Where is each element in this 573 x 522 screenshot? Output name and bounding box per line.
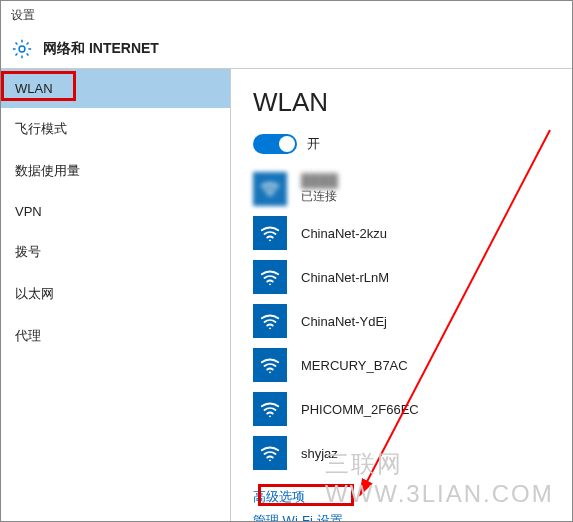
network-name: ChinaNet-2kzu [301, 226, 387, 241]
page-title: WLAN [253, 87, 572, 118]
network-info: ChinaNet-YdEj [301, 314, 387, 329]
network-item[interactable]: PHICOMM_2F66EC [253, 392, 572, 426]
wlan-toggle[interactable] [253, 134, 297, 154]
wifi-icon [253, 172, 287, 206]
wifi-icon [253, 348, 287, 382]
sidebar-item-label: WLAN [15, 81, 53, 96]
sidebar-item-wlan[interactable]: WLAN [1, 69, 230, 108]
network-status: 已连接 [301, 188, 338, 205]
wifi-icon [253, 260, 287, 294]
svg-point-7 [269, 459, 271, 461]
title-bar: 设置 [1, 1, 572, 29]
svg-point-3 [269, 283, 271, 285]
sidebar-item-label: 数据使用量 [15, 163, 80, 178]
svg-point-2 [269, 239, 271, 241]
network-name: ChinaNet-YdEj [301, 314, 387, 329]
category-header: 网络和 INTERNET [1, 29, 572, 69]
wlan-links: 高级选项 管理 Wi-Fi 设置 [253, 488, 572, 521]
sidebar-item-label: 飞行模式 [15, 121, 67, 136]
svg-point-6 [269, 415, 271, 417]
main-panel: WLAN 开 ████ 已连接 ChinaNet-2kzu [231, 69, 572, 521]
body: WLAN 飞行模式 数据使用量 VPN 拨号 以太网 代理 WLAN 开 ███… [1, 69, 572, 521]
sidebar-item-dialup[interactable]: 拨号 [1, 231, 230, 273]
network-name: MERCURY_B7AC [301, 358, 408, 373]
network-info: ChinaNet-rLnM [301, 270, 389, 285]
network-item[interactable]: shyjaz [253, 436, 572, 470]
sidebar-item-vpn[interactable]: VPN [1, 192, 230, 231]
network-item[interactable]: ChinaNet-rLnM [253, 260, 572, 294]
sidebar-item-label: VPN [15, 204, 42, 219]
svg-point-5 [269, 371, 271, 373]
advanced-options-link[interactable]: 高级选项 [253, 488, 572, 506]
wlan-toggle-label: 开 [307, 135, 320, 153]
wifi-icon [253, 304, 287, 338]
sidebar: WLAN 飞行模式 数据使用量 VPN 拨号 以太网 代理 [1, 69, 231, 521]
network-name: ChinaNet-rLnM [301, 270, 389, 285]
sidebar-item-ethernet[interactable]: 以太网 [1, 273, 230, 315]
manage-wifi-link[interactable]: 管理 Wi-Fi 设置 [253, 512, 572, 521]
sidebar-item-airplane[interactable]: 飞行模式 [1, 108, 230, 150]
sidebar-item-label: 以太网 [15, 286, 54, 301]
window-title: 设置 [11, 7, 35, 24]
gear-icon [11, 38, 33, 60]
network-name: ████ [301, 173, 338, 188]
sidebar-item-proxy[interactable]: 代理 [1, 315, 230, 357]
network-info: MERCURY_B7AC [301, 358, 408, 373]
toggle-knob [279, 136, 295, 152]
sidebar-item-data-usage[interactable]: 数据使用量 [1, 150, 230, 192]
wifi-icon [253, 216, 287, 250]
network-info: PHICOMM_2F66EC [301, 402, 419, 417]
svg-point-0 [19, 46, 25, 52]
network-info: ChinaNet-2kzu [301, 226, 387, 241]
network-item[interactable]: ChinaNet-2kzu [253, 216, 572, 250]
network-item[interactable]: ChinaNet-YdEj [253, 304, 572, 338]
wlan-toggle-row: 开 [253, 134, 572, 154]
network-info: shyjaz [301, 446, 338, 461]
category-title: 网络和 INTERNET [43, 40, 159, 58]
network-name: shyjaz [301, 446, 338, 461]
network-list: ████ 已连接 ChinaNet-2kzu ChinaNet-rLnM Chi… [253, 172, 572, 470]
network-name: PHICOMM_2F66EC [301, 402, 419, 417]
wifi-icon [253, 392, 287, 426]
wifi-icon [253, 436, 287, 470]
svg-point-1 [269, 195, 271, 197]
network-item[interactable]: ████ 已连接 [253, 172, 572, 206]
network-item[interactable]: MERCURY_B7AC [253, 348, 572, 382]
network-info: ████ 已连接 [301, 173, 338, 205]
sidebar-item-label: 代理 [15, 328, 41, 343]
sidebar-item-label: 拨号 [15, 244, 41, 259]
settings-window: 设置 网络和 INTERNET WLAN 飞行模式 数据使用量 VPN 拨号 以… [0, 0, 573, 522]
svg-point-4 [269, 327, 271, 329]
